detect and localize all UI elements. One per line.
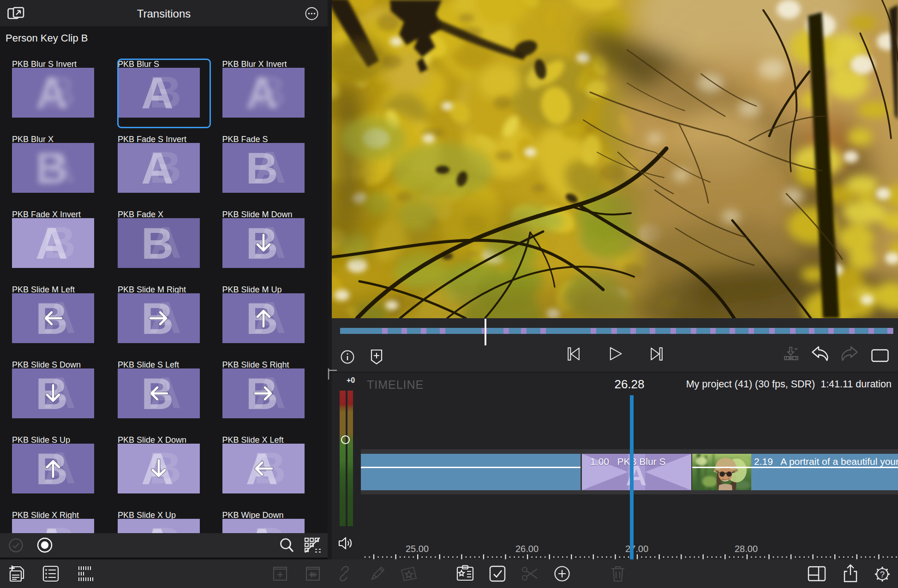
svg-text:?: ? <box>880 570 885 579</box>
